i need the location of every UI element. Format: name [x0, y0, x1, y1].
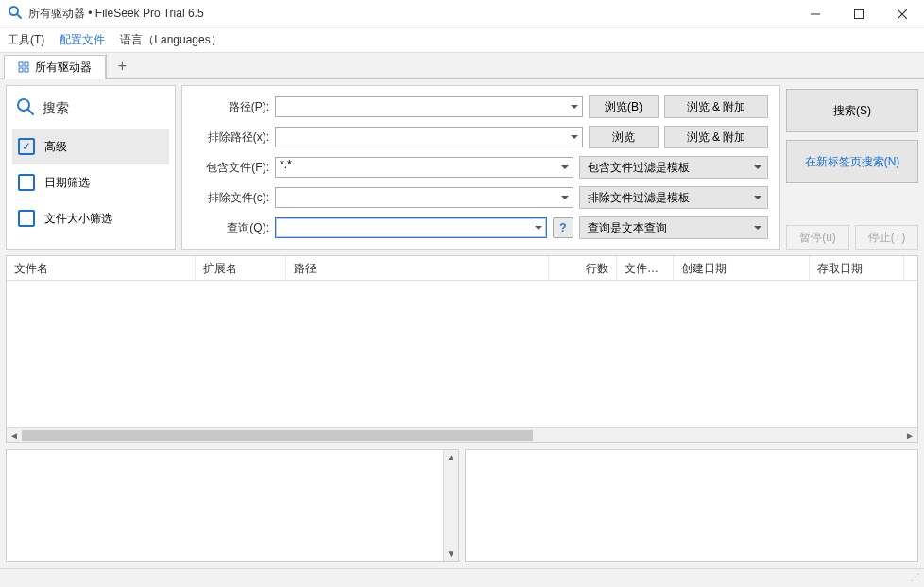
exclude-path-label: 排除路径(x): — [194, 129, 269, 146]
query-help-button[interactable]: ? — [553, 217, 573, 238]
col-filename[interactable]: 文件名 — [7, 256, 196, 280]
exclude-files-label: 排除文件(c): — [194, 190, 269, 206]
svg-rect-7 — [25, 62, 28, 66]
app-icon — [8, 5, 23, 23]
tabstrip: 所有驱动器 + — [0, 53, 924, 79]
preview-pane-right[interactable] — [465, 449, 918, 562]
preview-pane-left[interactable]: ▲ ▼ — [6, 449, 459, 562]
vertical-scrollbar[interactable]: ▲ ▼ — [443, 450, 458, 561]
svg-rect-3 — [855, 9, 864, 18]
path-label: 路径(P): — [194, 99, 269, 115]
query-input[interactable] — [275, 217, 547, 238]
maximize-button[interactable] — [837, 0, 881, 27]
svg-line-1 — [17, 14, 21, 18]
sidebar-item-date-filter[interactable]: ✓ 日期筛选 — [12, 164, 169, 200]
menubar: 工具(T) 配置文件 语言（Languages） — [0, 28, 924, 53]
col-accessed[interactable]: 存取日期 — [810, 256, 904, 280]
include-files-label: 包含文件(F): — [194, 160, 269, 176]
grid-body[interactable] — [7, 281, 917, 427]
col-size[interactable]: 文件大小 — [617, 256, 674, 280]
titlebar: 所有驱动器 • FileSeek Pro Trial 6.5 — [0, 0, 924, 28]
scroll-right-icon[interactable]: ► — [902, 430, 917, 440]
search-new-tab-button[interactable]: 在新标签页搜索(N) — [786, 140, 918, 183]
scroll-down-icon[interactable]: ▼ — [444, 546, 458, 561]
sidebar-item-label: 文件大小筛选 — [44, 211, 112, 227]
sidebar-title: 搜索 — [43, 100, 69, 117]
scroll-thumb[interactable] — [22, 430, 533, 441]
include-files-input[interactable]: *.* — [275, 157, 573, 178]
exclude-files-input[interactable] — [275, 187, 573, 208]
pause-button[interactable]: 暂停(u) — [786, 225, 849, 250]
checkbox-unchecked-icon: ✓ — [18, 174, 35, 191]
horizontal-scrollbar[interactable]: ◄ ► — [7, 427, 917, 442]
scroll-left-icon[interactable]: ◄ — [7, 430, 22, 440]
svg-rect-9 — [25, 68, 28, 72]
close-button[interactable] — [881, 0, 924, 27]
browse-append-path-button[interactable]: 浏览 & 附加 — [664, 95, 768, 118]
statusbar: ⋰ — [0, 568, 924, 587]
browse-path-button[interactable]: 浏览(B) — [589, 95, 659, 118]
tab-icon — [18, 61, 29, 73]
checkbox-checked-icon: ✓ — [18, 138, 35, 155]
sidebar-item-label: 日期筛选 — [44, 175, 90, 191]
col-extension[interactable]: 扩展名 — [196, 256, 286, 280]
menu-tools[interactable]: 工具(T) — [8, 32, 44, 48]
action-panel: 搜索(S) 在新标签页搜索(N) 暂停(u) 停止(T) — [786, 85, 918, 250]
svg-rect-8 — [19, 68, 23, 72]
menu-languages[interactable]: 语言（Languages） — [120, 32, 221, 48]
search-button[interactable]: 搜索(S) — [786, 89, 918, 132]
search-form: 路径(P): 浏览(B) 浏览 & 附加 排除路径(x): 浏览 浏览 & 附加… — [181, 85, 780, 250]
svg-line-11 — [28, 110, 33, 114]
browse-append-exclude-button[interactable]: 浏览 & 附加 — [664, 126, 768, 148]
minimize-button[interactable] — [794, 0, 837, 27]
grid-header: 文件名 扩展名 路径 行数 文件大小 创建日期 存取日期 — [7, 256, 917, 281]
search-icon — [16, 97, 35, 119]
sidebar-item-label: 高级 — [44, 139, 67, 155]
exclude-template-dropdown[interactable]: 排除文件过滤是模板 — [579, 186, 768, 209]
results-grid: 文件名 扩展名 路径 行数 文件大小 创建日期 存取日期 ◄ ► — [6, 255, 918, 443]
window-title: 所有驱动器 • FileSeek Pro Trial 6.5 — [28, 6, 204, 22]
browse-exclude-button[interactable]: 浏览 — [589, 126, 659, 148]
tab-label: 所有驱动器 — [35, 60, 92, 76]
include-template-dropdown[interactable]: 包含文件过滤是模板 — [579, 156, 768, 179]
sidebar-item-size-filter[interactable]: ✓ 文件大小筛选 — [12, 200, 169, 236]
tab-add-button[interactable]: + — [106, 54, 138, 78]
col-created[interactable]: 创建日期 — [674, 256, 810, 280]
query-label: 查询(Q): — [194, 220, 269, 236]
svg-point-10 — [18, 99, 29, 111]
window-controls — [794, 0, 924, 27]
sidebar-item-advanced[interactable]: ✓ 高级 — [12, 129, 169, 164]
resize-grip-icon[interactable]: ⋰ — [910, 572, 918, 584]
col-path[interactable]: 路径 — [286, 256, 549, 280]
exclude-path-input[interactable] — [275, 127, 583, 147]
tab-all-drives[interactable]: 所有驱动器 — [4, 55, 106, 79]
filter-sidebar: 搜索 ✓ 高级 ✓ 日期筛选 ✓ 文件大小筛选 — [6, 85, 176, 250]
path-input[interactable] — [275, 96, 583, 117]
col-lines[interactable]: 行数 — [549, 256, 617, 280]
stop-button[interactable]: 停止(T) — [855, 225, 918, 250]
svg-rect-6 — [19, 62, 23, 66]
query-mode-dropdown[interactable]: 查询是文本查询 — [579, 216, 768, 239]
menu-profiles[interactable]: 配置文件 — [60, 32, 105, 48]
checkbox-unchecked-icon: ✓ — [18, 210, 35, 227]
scroll-up-icon[interactable]: ▲ — [444, 450, 458, 465]
